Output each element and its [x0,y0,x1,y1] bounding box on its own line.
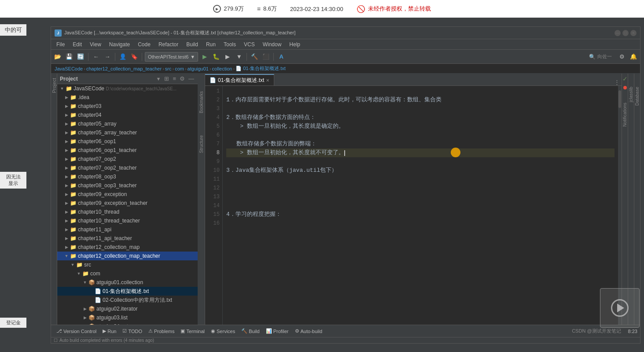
tree-item-src[interactable]: ▼ 📁 src [57,260,198,269]
tree-item-chapter04[interactable]: ▶ 📁 chapter04 [57,111,198,119]
tree-item-chapter12-collection-map-teacher[interactable]: ▼ 📁 chapter12_collection_map_teacher [57,252,198,260]
tree-item-idea[interactable]: ▶ 📁 .idea [57,93,198,102]
todo-button[interactable]: ☑ TODO [120,327,145,335]
tabs-split-button[interactable]: ⋮ [614,79,620,85]
breadcrumb-javasecode[interactable]: JavaSECode [55,66,83,71]
menu-window[interactable]: Window [259,41,285,48]
run-status-button[interactable]: ▶ Run [100,327,119,335]
menu-help[interactable]: Help [286,41,304,48]
tab-close-button[interactable]: ✕ [266,78,269,83]
tree-item-chapter08-oop3-teacher[interactable]: ▶ 📁 chapter08_oop3_teacher [57,181,198,190]
breadcrumb-atguigu01[interactable]: atguigu01 [188,66,209,71]
bookmarks-tab[interactable]: Bookmarks [199,87,204,118]
tree-item-chapter03[interactable]: ▶ 📁 chapter03 [57,102,198,111]
tree-item-chapter10-thread[interactable]: ▶ 📁 chapter10_thread [57,207,198,216]
sidebar-tab-project[interactable]: Project [51,74,57,97]
run-button[interactable]: ▶ [200,52,210,62]
breadcrumb-collection[interactable]: collection [212,66,232,71]
maximize-button[interactable]: □ [622,30,629,36]
run-with-coverage-button[interactable]: ▶ [223,52,232,62]
notifications-button[interactable]: 🔔 [629,52,638,62]
menu-file[interactable]: File [53,41,68,48]
translate-button[interactable]: A [276,52,286,62]
tree-item-file02[interactable]: 📄 02-Collection中的常用方法.txt [57,296,198,304]
breadcrumb-chapter12[interactable]: chapter12_collection_map_teacher [86,66,162,71]
video-thumbnail[interactable] [600,288,640,328]
sync-button[interactable]: 🔄 [76,52,85,62]
tree-item-chapter05-array-teacher[interactable]: ▶ 📁 chapter05_array_teacher [57,128,198,137]
menu-refactor[interactable]: Refactor [155,41,182,48]
profiler-button[interactable]: 📊 Profiler [263,327,291,335]
tree-item-chapter06-oop1[interactable]: ▶ 📁 chapter06_oop1 [57,137,198,146]
tree-root[interactable]: ▼ 📁 JavaSECode D:\code\workspace_teach\J… [57,84,198,93]
run-config-dropdown[interactable]: OtherAPITest.test6 ▼ [145,52,198,62]
jclasslib-tab[interactable]: jclasslib [628,82,634,107]
settings-button[interactable]: ⚙ [617,52,627,62]
breadcrumb-file[interactable]: 📄 01-集合框架概述.txt [236,65,286,72]
panel-expand-button[interactable]: ≡ [172,75,177,82]
package3-icon: 📦 [88,315,95,321]
menu-build[interactable]: Build [183,41,202,48]
line-num-1: 1 [205,87,222,96]
tree-item-atguigu02[interactable]: ▶ 📦 atguigu02.iterator [57,304,198,313]
more-run-button[interactable]: ▼ [234,52,244,62]
menu-edit[interactable]: Edit [69,41,85,48]
tree-item-chapter07-oop2-teacher[interactable]: ▶ 📁 chapter07_oop2_teacher [57,163,198,172]
terminal-button[interactable]: ▣ Terminal [178,327,207,335]
build-button[interactable]: 🔨 Build [239,327,262,335]
bookmark-button[interactable]: 🔖 [129,52,139,62]
tree-item-chapter11-api[interactable]: ▶ 📁 chapter11_api [57,225,198,234]
breadcrumb-com[interactable]: com [175,66,184,71]
tree-item-chapter11-api-teacher[interactable]: ▶ 📁 chapter11_api_teacher [57,234,198,243]
search-hint[interactable]: 向佐一 [597,53,612,60]
open-folder-button[interactable]: 📂 [53,52,63,62]
tree-item-chapter08-oop3[interactable]: ▶ 📁 chapter08_oop3 [57,172,198,181]
problems-button[interactable]: ⚠ Problems [146,327,177,335]
panel-scope-button[interactable]: ⊞ [163,75,170,82]
debug-button[interactable]: 🐛 [211,52,221,62]
tree-item-atguigu01[interactable]: ▼ 📦 atguigu01.collection [57,278,198,287]
tree-item-chapter09-exception[interactable]: ▶ 📁 chapter09_exception [57,190,198,199]
tree-item-chapter09-exception-teacher[interactable]: ▶ 📁 chapter09_exception_teacher [57,199,198,207]
file-tree[interactable]: ▼ 📁 JavaSECode D:\code\workspace_teach\J… [57,84,198,325]
breadcrumb-src[interactable]: src [165,66,172,71]
tree-item-chapter06-oop1-teacher[interactable]: ▶ 📁 chapter06_oop1_teacher [57,146,198,155]
check-mark-icon: ✓ [622,75,628,82]
save-button[interactable]: 💾 [64,52,74,62]
menu-navigate[interactable]: Navigate [106,41,133,48]
auto-build-button[interactable]: ⚙ Auto-build [292,327,325,335]
tree-item-chapter07-oop2[interactable]: ▶ 📁 chapter07_oop2 [57,155,198,163]
notifications-tab[interactable]: Notifications [622,98,628,131]
panel-gear-button[interactable]: ⚙ [179,75,186,82]
play-triangle-icon [617,304,624,312]
menu-vcs[interactable]: VCS [240,41,258,48]
menu-run[interactable]: Run [202,41,219,48]
scrollbar-thumb[interactable] [618,90,621,108]
tree-item-file01[interactable]: 📄 01-集合框架概述.txt [57,287,198,296]
tree-item-chapter12-collection-map[interactable]: ▶ 📁 chapter12_collection_map [57,243,198,252]
toolbar-sep-5 [273,53,274,61]
user-button[interactable]: 👤 [118,52,128,62]
terminal-label: Terminal [186,329,205,334]
code-content[interactable]: 1．内存层面需要针对于多个数据进行存储。此时，可以考虑的容器有：数组、集合类 2… [223,86,618,325]
editor-tab-01[interactable]: 📄 01-集合框架概述.txt ✕ [205,74,274,85]
menu-code[interactable]: Code [134,41,154,48]
services-button[interactable]: ◉ Services [208,327,238,335]
version-control-button[interactable]: ⎇ Version Control [54,327,99,335]
tree-item-chapter05-array[interactable]: ▶ 📁 chapter05_array [57,119,198,128]
tree-item-com[interactable]: ▼ 📁 com [57,269,198,278]
tree-item-atguigu03[interactable]: ▶ 📦 atguigu03.list [57,313,198,322]
views-item: ▶ 279.9万 [213,5,244,13]
database-tab[interactable]: Database [634,82,640,110]
menu-tools[interactable]: Tools [220,41,239,48]
menu-view[interactable]: View [86,41,105,48]
close-button[interactable]: ✕ [630,30,637,36]
stop-button[interactable]: ⬛ [261,52,271,62]
minimize-button[interactable]: — [615,30,621,36]
back-button[interactable]: ← [91,52,101,62]
forward-button[interactable]: → [103,52,112,62]
panel-minimize-button[interactable]: — [188,75,195,82]
build-project-button[interactable]: 🔨 [250,52,259,62]
structure-tab[interactable]: Structure [199,131,204,158]
tree-item-chapter10-thread-teacher[interactable]: ▶ 📁 chapter10_thread_teacher [57,216,198,225]
